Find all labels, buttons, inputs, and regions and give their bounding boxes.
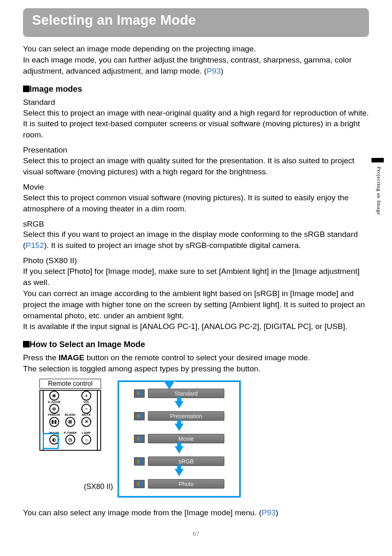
remote-control-diagram: Remote control ⊕ D.ZOOM ⊖ + VOL − xyxy=(39,379,101,451)
vol-down-icon: − xyxy=(81,404,91,414)
lamp-label: LAMP xyxy=(78,431,95,434)
mode-desc-presentation: Select this to project an image with qua… xyxy=(23,155,369,178)
intro-line2b: ) xyxy=(221,67,223,75)
mode-photo: Photo (SX80 II) If you select [Photo] fo… xyxy=(23,255,369,332)
lamp-icon: ☼ xyxy=(81,435,91,445)
link-p93-top[interactable]: P93 xyxy=(207,67,221,75)
dzoom-label: D.ZOOM xyxy=(46,401,62,403)
standard-mode-icon xyxy=(134,389,145,398)
freeze-icon: ▮▮ xyxy=(49,417,59,427)
presentation-mode-icon xyxy=(134,412,145,420)
howto-paragraph: Press the IMAGE button on the remote con… xyxy=(23,352,369,375)
movie-mode-icon xyxy=(134,435,145,443)
arrow-down-icon xyxy=(175,424,184,431)
intro-paragraph: You can select an image mode depending o… xyxy=(23,44,369,77)
blank-label: BLANK xyxy=(62,413,78,416)
square-bullet-icon xyxy=(23,86,30,92)
mode-srgb: sRGB Select this if you want to project … xyxy=(23,219,369,252)
mode-desc-photo-2: You can correct an image according to th… xyxy=(23,288,369,322)
mode-title-standard: Standard xyxy=(23,97,369,108)
mode-presentation: Presentation Select this to project an i… xyxy=(23,145,369,178)
flow-chip-standard: Standard xyxy=(148,389,224,398)
zoom-in-icon: ⊕ xyxy=(49,391,59,401)
section-how-to: How to Select an Image Mode xyxy=(23,340,369,349)
mode-title-photo: Photo (SX80 II) xyxy=(23,255,369,266)
blank-icon: ⊠ xyxy=(65,417,75,427)
flow-chip-srgb: sRGB xyxy=(148,456,224,466)
mode-desc-movie: Select this to project common visual sof… xyxy=(23,192,369,215)
mode-cycle-diagram: Standard Presentation Movie sRGB xyxy=(118,379,241,498)
intro-line2a: In each image mode, you can further adju… xyxy=(23,56,352,75)
photo-mode-icon xyxy=(134,480,145,488)
arrow-down-icon xyxy=(175,401,184,408)
flow-chip-presentation: Presentation xyxy=(148,411,224,421)
flow-chip-movie: Movie xyxy=(148,434,224,443)
mode-desc-photo-1: If you select [Photo] for [Image mode], … xyxy=(23,266,369,288)
mode-desc-srgb: Select this if you want to project an im… xyxy=(23,229,369,251)
vol-label: VOL xyxy=(78,401,95,403)
flow-chip-photo: Photo xyxy=(148,479,224,489)
sx80-label: (SX80 II) xyxy=(84,482,113,491)
arrow-down-icon xyxy=(164,380,175,389)
footer-note: You can also select any image mode from … xyxy=(23,507,369,519)
image-button-icon: ◐ xyxy=(49,435,59,445)
section-image-modes: Image modes xyxy=(23,84,369,94)
mode-movie: Movie Select this to project common visu… xyxy=(23,182,369,215)
remote-body: ⊕ D.ZOOM ⊖ + VOL − FREEZE xyxy=(39,390,101,451)
mode-title-srgb: sRGB xyxy=(23,219,369,229)
vol-up-icon: + xyxy=(81,391,91,401)
page-number: 67 xyxy=(23,530,369,537)
mode-title-movie: Movie xyxy=(23,182,369,192)
mode-standard: Standard Select this to project an image… xyxy=(23,97,369,141)
page-title: Selecting an Image Mode xyxy=(32,12,360,28)
mute-icon: ✕ xyxy=(81,417,91,427)
ptimer-icon: ◷ xyxy=(65,435,75,445)
intro-line1: You can select an image mode depending o… xyxy=(23,44,256,53)
image-label: IMAGE xyxy=(46,431,62,434)
arrow-down-icon xyxy=(175,446,184,454)
square-bullet-icon xyxy=(23,341,30,348)
flow-item-photo: Photo xyxy=(134,479,224,489)
srgb-mode-icon xyxy=(134,457,145,466)
zoom-out-icon: ⊖ xyxy=(49,404,59,414)
ptimer-label: P-TIMER xyxy=(62,431,78,434)
mode-desc-standard: Select this to project an image with nea… xyxy=(23,108,369,141)
mode-desc-photo-3: It is available if the input signal is [… xyxy=(23,321,369,332)
page-title-bar: Selecting an Image Mode xyxy=(23,8,369,37)
arrow-down-icon xyxy=(175,469,184,476)
link-p93-bottom[interactable]: P93 xyxy=(262,508,276,517)
link-p152[interactable]: P152 xyxy=(25,241,44,250)
mute-label: MUTE xyxy=(78,413,95,416)
mode-title-presentation: Presentation xyxy=(23,145,369,155)
freeze-label: FREEZE xyxy=(46,413,62,416)
remote-label: Remote control xyxy=(39,379,101,389)
image-button-name: IMAGE xyxy=(58,353,84,362)
